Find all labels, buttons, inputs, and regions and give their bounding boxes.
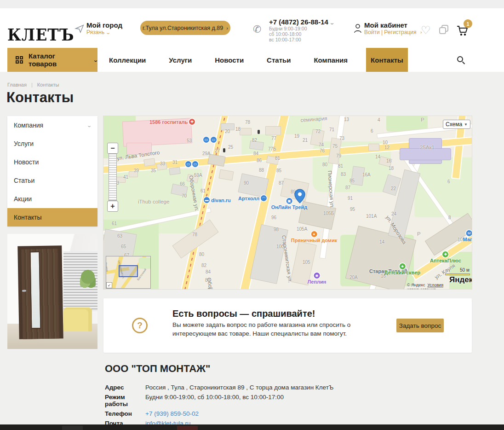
door-photo xyxy=(7,234,97,349)
login-register-link[interactable]: Войти | Регистрация xyxy=(364,29,417,35)
map-house-number: 86 xyxy=(257,158,262,163)
map-house-number: 98 xyxy=(274,227,279,232)
map-street-label: Р xyxy=(417,231,421,237)
catalog-button[interactable]: Каталог товаров ⌄ xyxy=(7,48,97,72)
map-house-number: 8 xyxy=(448,215,451,220)
company-info-rows: АдресРоссия , Тула , Староникитская 89 ,… xyxy=(105,384,334,430)
map-poi-bus-stop[interactable]: ▭ xyxy=(211,137,217,143)
breadcrumb-home[interactable]: Главная xyxy=(7,82,27,87)
footer xyxy=(0,424,504,430)
map-house-number: 105Б xyxy=(323,211,334,216)
map-house-number: 20 xyxy=(225,129,230,134)
zoom-slider[interactable] xyxy=(109,154,117,201)
map-house-number: 81 xyxy=(338,163,343,169)
map-poi-1586 госпиталь[interactable]: ✚1586 госпиталь xyxy=(149,119,195,125)
map-house-number: 70 xyxy=(182,193,187,198)
company-value: Россия , Тула , Староникитская 89 , С то… xyxy=(145,384,334,391)
sidebar-item-Услуги[interactable]: Услуги xyxy=(7,134,97,153)
poi-icon: ✚ xyxy=(189,119,195,125)
map-house-number: 105 xyxy=(303,260,310,265)
map-poi-Пряничный домик[interactable]: ●Пряничный домик xyxy=(291,231,338,243)
map-poi-divan.ru[interactable]: ▬divan.ru xyxy=(204,197,231,203)
mini-map-collapse-button[interactable]: ↙ xyxy=(106,282,112,288)
map-poi-bus-stop[interactable]: ▭ xyxy=(192,161,198,167)
map-house-number: 91 xyxy=(348,196,353,201)
question-text: Вы можете задать вопрос по работе магази… xyxy=(172,320,356,338)
phone-icon: ✆ xyxy=(253,23,261,35)
phone-hours: Будни 9:00-19:00сб 10:00-18:00вс 10:00-1… xyxy=(269,26,334,42)
compare-icon[interactable] xyxy=(439,25,450,36)
favorites-heart-icon[interactable]: ♡ xyxy=(421,24,431,37)
map-house-number: 14 xyxy=(379,239,384,244)
map-house-number: 53 xyxy=(187,138,192,143)
map-poi-Леплин[interactable]: ◉Леплин xyxy=(308,273,326,285)
map-house-number: 90 xyxy=(244,180,249,186)
mini-map[interactable]: Оборонная ул.ВосточныйЛенина ↙ xyxy=(106,256,151,289)
phone-hours-line: вс 10:00-17:00 xyxy=(269,37,334,42)
phone-hours-line: сб 10:00-18:00 xyxy=(269,31,334,37)
city-value[interactable]: Рязань xyxy=(86,29,104,35)
address-button[interactable]: г.Тула ул.Староникитская д.89 › xyxy=(140,21,230,35)
map-pin-icon[interactable] xyxy=(294,189,305,203)
map-house-number: 6 xyxy=(447,179,450,184)
map-house-number: 35 xyxy=(151,168,156,173)
cart-count-badge: 1 xyxy=(464,19,472,28)
map-poi-Маги[interactable]: ММаги xyxy=(463,230,472,242)
map-house-number: 81 xyxy=(275,156,280,161)
search-icon[interactable] xyxy=(457,56,467,66)
map-scale-label: 50 м xyxy=(460,267,470,273)
map-poi-Артхолл[interactable]: ◠Артхолл xyxy=(238,195,267,201)
question-title: Есть вопросы — спрашивайте! xyxy=(172,308,315,319)
map-house-number: 12 xyxy=(384,145,389,150)
map-house-number: 84 xyxy=(253,151,258,156)
map-house-number: 82 xyxy=(201,263,206,268)
zoom-out-button[interactable]: − xyxy=(107,143,118,154)
nav-item-Новости[interactable]: Новости xyxy=(210,48,248,72)
nav-item-Коллекции[interactable]: Коллекции xyxy=(104,48,150,72)
map-house-number: 101А xyxy=(366,214,377,219)
poi-icon: ▭ xyxy=(185,161,191,167)
map-zoom-control: − + xyxy=(107,143,118,212)
map-poi-АптекаПлюс[interactable]: ✚АптекаПлюс xyxy=(430,251,461,263)
mini-map-street-label: Ленина xyxy=(106,262,109,272)
map-house-number: 18 xyxy=(389,166,394,171)
question-card: ? Есть вопросы — спрашивайте! Вы можете … xyxy=(103,298,472,353)
poi-icon: ▭ xyxy=(203,137,209,143)
triangle-down-icon: ▼ xyxy=(464,122,468,127)
poi-icon: ▣ xyxy=(286,198,292,204)
sidebar-item-Новости[interactable]: Новости xyxy=(7,153,97,171)
phone-number[interactable]: +7 (4872) 26-88-14 xyxy=(269,18,328,26)
map-poi-Детский сквер[interactable]: ♣Детский сквер xyxy=(384,263,420,275)
map-house-number: 77 xyxy=(271,136,276,141)
map-house-number: 27 xyxy=(215,148,220,153)
map-house-number: 82 xyxy=(252,138,257,143)
nav-item-Услуги[interactable]: Услуги xyxy=(164,48,196,72)
yandex-map[interactable]: 5329А2725201878827777Б848681888587353331… xyxy=(103,116,472,289)
sidebar-item-Компания[interactable]: Компания⌄ xyxy=(7,116,97,134)
map-house-number: 65 xyxy=(121,244,126,249)
company-link[interactable]: +7 (939) 859-50-02 xyxy=(145,410,199,417)
map-house-number: 71 xyxy=(329,127,334,132)
map-house-number: 72 xyxy=(315,129,321,134)
map-poi-bus-stop[interactable]: ▭ xyxy=(185,161,191,167)
poi-icon: ▭ xyxy=(211,137,217,143)
sidebar-item-Акции[interactable]: Акции xyxy=(7,190,97,208)
sidebar-item-Контакты[interactable]: Контакты xyxy=(7,208,97,227)
zoom-in-button[interactable]: + xyxy=(107,201,118,212)
city-block[interactable]: Мой город Рязань ⌄ xyxy=(86,21,122,35)
map-layer-button[interactable]: Схема ▼ xyxy=(443,120,470,129)
nav-items: КоллекцииУслугиНовостиСтатьиКомпанияКонт… xyxy=(104,48,408,72)
map-house-number: 13 xyxy=(344,117,349,122)
mini-map-viewport[interactable] xyxy=(119,265,138,277)
breadcrumb: Главная | Контакты xyxy=(7,82,59,87)
nav-item-Компания[interactable]: Компания xyxy=(309,48,352,72)
nav-item-Статьи[interactable]: Статьи xyxy=(262,48,295,72)
logo[interactable]: КЛЕТЪ xyxy=(7,25,74,44)
account-block[interactable]: Мой кабинет Войти | Регистрация ⌄ xyxy=(364,21,422,35)
map-poi-bus-stop[interactable]: ▭ xyxy=(203,137,209,143)
map-house-number: 61 xyxy=(200,188,206,193)
ask-question-button[interactable]: Задать вопрос xyxy=(396,319,444,332)
nav-item-Контакты[interactable]: Контакты xyxy=(366,48,408,72)
grid-icon xyxy=(16,56,23,64)
sidebar-item-Статьи[interactable]: Статьи xyxy=(7,171,97,190)
